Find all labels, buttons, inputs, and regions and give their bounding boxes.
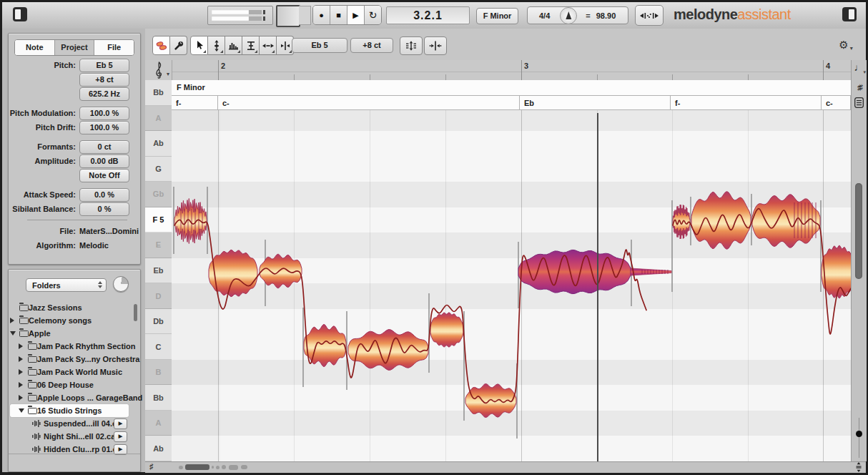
time-grid-menu[interactable]: ♩▾	[852, 62, 867, 73]
preview-volume-knob[interactable]	[113, 276, 129, 292]
browser-item-jam-pack-rhythm-section[interactable]: Jam Pack Rhythm Section	[9, 340, 140, 353]
browser-item-06-deep-house[interactable]: 06 Deep House	[9, 378, 140, 391]
monitor-toggle[interactable]	[276, 5, 300, 27]
pitch-ruler-db[interactable]: Db	[145, 309, 172, 335]
blob-view-button[interactable]	[152, 36, 170, 55]
time-ruler[interactable]: ▾ 234	[145, 60, 853, 81]
pitch-ruler-a[interactable]: A	[145, 411, 172, 436]
formant-tool-button[interactable]	[225, 36, 242, 55]
selected-pitch-field[interactable]: Eb 5	[292, 38, 347, 53]
overview-visible-region[interactable]	[185, 464, 209, 470]
pitch-tool-button[interactable]	[208, 36, 225, 55]
record-button[interactable]: ●	[313, 6, 330, 24]
disclosure-triangle[interactable]	[10, 318, 14, 323]
algorithm-wrench-button[interactable]	[170, 36, 187, 55]
tempo-box[interactable]: 4/4 = 98.90	[527, 6, 628, 24]
disclosure-triangle[interactable]	[19, 369, 23, 375]
tab-note[interactable]: Note	[15, 40, 55, 55]
vertical-scrollbar-thumb[interactable]	[855, 183, 862, 279]
scale-window-toggle[interactable]	[854, 97, 864, 108]
pitch-hz-field[interactable]: 625.2 Hz	[79, 87, 129, 101]
pitch-ruler-ab[interactable]: Ab	[145, 436, 172, 461]
notes-canvas[interactable]	[172, 80, 853, 461]
vertical-zoom-corner-icon[interactable]	[854, 462, 864, 472]
timing-tool-button[interactable]	[260, 36, 277, 55]
browser-item-night-shi-ell-02-caf[interactable]: Night Shi...ell 02.caf▶	[9, 430, 140, 443]
attack-speed-field[interactable]: 0.0 %	[79, 188, 129, 202]
settings-button[interactable]: ⚙▾	[836, 37, 856, 53]
tree-scrollbar-thumb[interactable]	[134, 304, 137, 321]
main-tool-button[interactable]	[190, 36, 208, 55]
disclosure-triangle[interactable]	[19, 408, 24, 413]
browser-item-jazz-sessions[interactable]: Jazz Sessions	[9, 301, 140, 314]
song-position-display[interactable]: 3.2.1	[386, 6, 470, 24]
toggle-right-panel-icon[interactable]	[842, 7, 857, 21]
disclosure-triangle[interactable]	[19, 395, 23, 401]
browser-item-suspended-ill-04-caf[interactable]: Suspended...ill 04.caf▶	[9, 417, 140, 430]
monitor-toggle-off[interactable]	[299, 6, 311, 25]
vertical-zoom-slider[interactable]	[859, 418, 859, 458]
pitch-ruler-eb[interactable]: Eb	[145, 258, 172, 284]
note-editor[interactable]: F Minor f-c-Ebf-c-	[172, 80, 853, 461]
disclosure-triangle[interactable]	[19, 382, 23, 388]
browser-item-16-studio-strings[interactable]: 16 Studio Strings	[9, 404, 140, 417]
note-blob-f5[interactable]	[752, 195, 820, 248]
tempo-value[interactable]: 98.90	[596, 11, 616, 20]
browser-item-jam-pack-world-music[interactable]: Jam Pack World Music	[9, 366, 140, 378]
pitch-field[interactable]: Eb 5	[79, 59, 129, 72]
pitch-grid-toggle[interactable]: ♯♯	[852, 83, 867, 92]
pitch-ruler-bb[interactable]: Bb	[145, 80, 172, 106]
pitch-ruler-e[interactable]: E	[145, 232, 172, 258]
pitch-ruler-a[interactable]: A	[145, 106, 172, 132]
amplitude-tool-button[interactable]	[242, 36, 260, 55]
pitch-ruler-b[interactable]: B	[145, 360, 172, 386]
browser-item-apple-loops-garageband[interactable]: Apple Loops ... GarageBand	[9, 391, 140, 404]
note-blob-f5[interactable]	[673, 205, 690, 239]
pitch-ruler-g[interactable]: G	[145, 157, 172, 182]
pitch-drift-field[interactable]: 100.0 %	[79, 121, 129, 134]
pitch-ruler-bb[interactable]: Bb	[145, 385, 172, 411]
amplitude-field[interactable]: 0.00 dB	[79, 155, 129, 168]
pitch-modulation-field[interactable]: 100.0 %	[79, 107, 129, 120]
pitch-cents-field[interactable]: +8 ct	[79, 73, 129, 87]
pitch-ruler-d[interactable]: D	[145, 283, 172, 309]
quantize-time-macro-button[interactable]	[424, 36, 447, 55]
note-blob-f5[interactable]	[691, 192, 751, 250]
preview-play-button[interactable]: ▶	[114, 418, 127, 429]
clef-selector[interactable]: ▾	[145, 60, 172, 80]
correct-pitch-macro-button[interactable]	[400, 36, 423, 55]
tab-file[interactable]: File	[94, 40, 134, 55]
preview-play-button[interactable]: ▶	[114, 431, 127, 442]
disclosure-triangle[interactable]	[19, 343, 23, 349]
metronome-button[interactable]	[560, 7, 577, 24]
key-button[interactable]: F Minor	[476, 8, 518, 24]
browser-filter-select[interactable]: Folders	[26, 278, 107, 292]
pitch-ruler-f-5[interactable]: F 5	[145, 207, 172, 233]
browser-item-jam-pack-sy-ny-orchestra[interactable]: Jam Pack Sy...ny Orchestra	[9, 353, 140, 366]
selected-cents-field[interactable]: +8 ct	[350, 38, 393, 53]
browser-item-apple[interactable]: Apple	[9, 327, 140, 340]
pitch-ruler-gb[interactable]: Gb	[145, 182, 172, 207]
note-blob-eb5[interactable]	[209, 250, 257, 296]
note-blob-c5[interactable]	[304, 324, 346, 366]
pitch-ruler[interactable]: BbAAbGGbF 5EEbDDbCBBbAAb	[145, 80, 172, 461]
pitch-ruler-c[interactable]: C	[145, 334, 172, 360]
sibilant-balance-field[interactable]: 0 %	[79, 202, 129, 216]
pitch-grid-corner-icon[interactable]: ♯	[149, 462, 154, 471]
note-blob-eb5[interactable]	[822, 245, 853, 298]
note-off-button[interactable]: Note Off	[79, 169, 129, 182]
note-blob-db5[interactable]	[430, 313, 463, 347]
tab-project[interactable]: Project	[55, 40, 95, 55]
formants-field[interactable]: 0 ct	[79, 140, 129, 154]
pitch-ruler-ab[interactable]: Ab	[145, 131, 172, 157]
vertical-zoom-handle[interactable]	[856, 431, 862, 437]
browser-item-celemony-songs[interactable]: Celemony songs	[9, 314, 140, 327]
toggle-left-panel-icon[interactable]	[13, 7, 27, 21]
disclosure-triangle[interactable]	[19, 356, 23, 362]
stop-button[interactable]: ■	[330, 6, 347, 24]
time-signature[interactable]: 4/4	[539, 11, 550, 20]
play-button[interactable]: ▶	[347, 6, 365, 24]
autostretch-button[interactable]	[635, 5, 664, 26]
cycle-button[interactable]: ↻	[365, 6, 381, 24]
disclosure-triangle[interactable]	[10, 331, 16, 336]
